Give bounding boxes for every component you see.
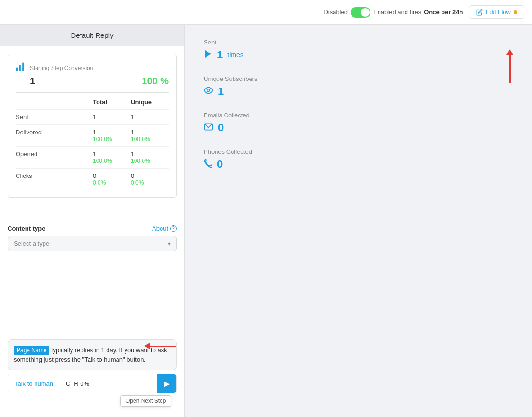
svg-rect-1 [19,65,21,71]
stats-table: Total Unique Sent 1 1 Delivered 1 100.0% [16,98,169,190]
send-arrow-icon: ▶ [164,379,170,388]
conversion-number: 1 [30,76,35,87]
chevron-down-icon: ▾ [168,240,171,247]
svg-marker-3 [206,51,211,57]
stat-unique-value: 1 [218,85,224,98]
about-link[interactable]: About ? [152,225,177,232]
stat-emails-value: 0 [218,122,224,134]
content-type-section: Content type About ? Select a type ▾ [8,213,177,263]
divider-1 [16,92,169,93]
arrow-line-horizontal [150,346,176,347]
content-type-row: Content type About ? [8,225,177,232]
enabled-label: Enabled and fires [373,9,421,16]
conversion-row: Starting Step Conversion [16,62,169,74]
opened-total: 1 100.0% [93,151,131,164]
disabled-label: Disabled [324,9,348,16]
stat-phones-collected: Phones Collected 0 [204,148,513,170]
top-bar: Disabled Enabled and fires Once per 24h … [0,0,532,25]
opened-unique: 1 100.0% [131,151,169,164]
chat-action-bar: Talk to human CTR 0% ▶ [8,374,177,393]
arrow-head-left [144,343,150,349]
sent-unique: 1 [131,114,169,121]
status-dot [514,10,517,14]
content-type-select[interactable]: Select a type ▾ [8,236,177,251]
stats-card: Starting Step Conversion 1 100 % Total U… [8,54,177,198]
header-unique: Unique [131,98,169,106]
row-label-sent: Sent [16,114,93,121]
stat-sent-row: 1 times [204,49,513,61]
clicks-unique: 0 0.0% [131,172,169,186]
eye-icon [204,86,213,98]
sent-total: 1 [93,114,131,121]
main-layout: Default Reply Starting Step Conversion 1… [0,25,532,417]
delivered-unique: 1 100.0% [131,129,169,142]
conversion-label: Starting Step Conversion [30,65,169,71]
stat-sent-label: Sent [204,39,513,46]
stat-emails-label: Emails Collected [204,112,513,119]
stat-emails-collected: Emails Collected 0 [204,112,513,134]
status-row: Disabled Enabled and fires Once per 24h [324,7,463,18]
svg-rect-2 [22,63,24,71]
conversion-values: 1 100 % [16,76,169,87]
table-row: Clicks 0 0.0% 0 0.0% [16,168,169,190]
ctr-label: CTR 0% [60,375,157,392]
content-type-label: Content type [8,225,45,232]
delivered-total: 1 100.0% [93,129,131,142]
toggle-knob [361,8,370,17]
panel-title: Default Reply [0,25,184,46]
row-label-clicks: Clicks [16,172,93,179]
edit-icon [476,9,483,16]
divider-2 [8,219,177,219]
table-row: Delivered 1 100.0% 1 100.0% [16,124,169,146]
stat-phones-label: Phones Collected [204,148,513,155]
edit-flow-button[interactable]: Edit Flow [469,5,524,19]
stat-unique-row: 1 [204,85,513,98]
stat-sent: Sent 1 times [204,39,513,61]
stat-sent-value: 1 [217,49,223,61]
table-header: Total Unique [16,98,169,109]
bar-chart-icon [16,62,25,74]
edit-flow-label: Edit Flow [486,9,511,16]
divider-3 [8,257,177,257]
stat-emails-row: 0 [204,122,513,134]
phone-icon [204,159,212,170]
left-panel: Default Reply Starting Step Conversion 1… [0,25,185,417]
email-icon [204,123,213,133]
fires-frequency: Once per 24h [424,9,463,16]
table-row: Opened 1 100.0% 1 100.0% [16,146,169,168]
stat-phones-value: 0 [217,158,223,170]
talk-to-human-button[interactable]: Talk to human [8,375,60,392]
header-label [16,98,93,106]
tooltip-open-next-step: Open Next Step [120,395,171,407]
table-row: Sent 1 1 [16,109,169,124]
svg-point-4 [207,89,210,91]
enable-toggle[interactable] [351,7,370,18]
play-icon [204,50,212,61]
conversion-percent: 100 % [142,76,169,87]
stat-phones-row: 0 [204,158,513,170]
right-panel: Sent 1 times Unique Subscribers 1 Emails… [185,25,532,417]
send-button[interactable]: ▶ [157,374,176,393]
red-arrow-left [144,343,176,349]
stat-sent-suffix: times [227,51,243,59]
clicks-total: 0 0.0% [93,172,131,186]
page-name-tag: Page Name [14,346,49,355]
row-label-delivered: Delivered [16,129,93,136]
svg-rect-0 [16,68,18,71]
row-label-opened: Opened [16,151,93,158]
stat-unique-label: Unique Subscribers [204,75,513,82]
question-icon: ? [170,225,177,232]
stat-unique-subscribers: Unique Subscribers 1 [204,75,513,98]
header-total: Total [93,98,131,106]
